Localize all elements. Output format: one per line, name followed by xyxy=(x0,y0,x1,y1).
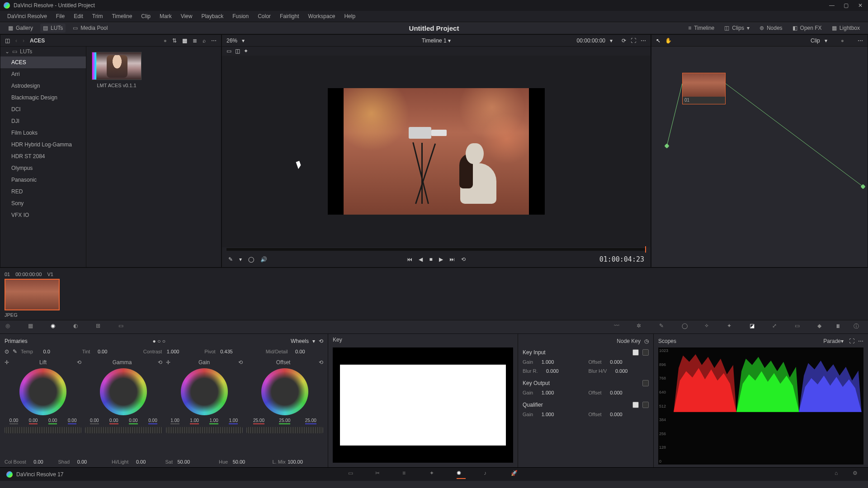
mediapool-button[interactable]: ▭Media Pool xyxy=(70,23,110,33)
q-gain-value[interactable]: 1.000 xyxy=(536,412,554,417)
hdr-icon[interactable]: ◐ xyxy=(73,323,82,332)
keyframes-icon[interactable]: ◆ xyxy=(817,323,826,332)
menu-help[interactable]: Help xyxy=(340,12,359,20)
luts-root[interactable]: ⌄▭LUTs xyxy=(0,47,86,56)
colboost-value[interactable]: 0.00 xyxy=(28,459,43,465)
adj-middetail-value[interactable]: 0.00 xyxy=(290,349,305,354)
ki-offset-value[interactable]: 0.000 xyxy=(604,359,623,365)
lut-folder-aces[interactable]: ACES xyxy=(0,56,86,68)
split-icon[interactable]: ◫ xyxy=(235,48,240,54)
ellipse-icon[interactable]: ◯ xyxy=(248,256,254,263)
sort-icon[interactable]: ⇅ xyxy=(172,38,177,44)
nav-back-icon[interactable]: ‹ xyxy=(15,38,17,44)
magic-mask-icon[interactable]: ✦ xyxy=(727,323,736,332)
offset-wheel[interactable] xyxy=(261,368,308,415)
fusion-page-icon[interactable]: ✦ xyxy=(429,470,439,479)
lut-folder-olympus[interactable]: Olympus xyxy=(0,162,86,174)
ki-blurr-value[interactable]: 0.000 xyxy=(541,368,559,374)
grid-view-icon[interactable]: ▦ xyxy=(182,38,187,44)
gain-reset-icon[interactable]: ⟲ xyxy=(238,359,243,366)
ko-offset-value[interactable]: 0.000 xyxy=(604,390,623,395)
key-output-chk[interactable] xyxy=(642,380,649,386)
pointer-icon[interactable]: ↖ xyxy=(656,38,660,44)
cut-page-icon[interactable]: ✂ xyxy=(375,470,384,479)
warper-icon[interactable]: ✲ xyxy=(637,323,646,332)
q-offset-value[interactable]: 0.000 xyxy=(604,412,623,417)
gain-b[interactable]: 1.00 xyxy=(229,418,237,424)
key-icon[interactable]: ◪ xyxy=(750,323,759,332)
adj-tint-value[interactable]: 0.00 xyxy=(92,349,107,354)
adj-temp-value[interactable]: 0.0 xyxy=(35,349,50,354)
nodes-mode[interactable]: Clip xyxy=(811,38,820,44)
step-back-icon[interactable]: ◀ xyxy=(419,256,423,263)
gallery-button[interactable]: ▦Gallery xyxy=(5,23,36,33)
gamma-r[interactable]: 0.00 xyxy=(109,418,118,424)
gamma-y[interactable]: 0.00 xyxy=(90,418,99,424)
color-wheels-icon[interactable]: ◉ xyxy=(51,323,60,332)
color-match-icon[interactable]: ▦ xyxy=(28,323,37,332)
menu-file[interactable]: File xyxy=(52,12,68,20)
lightbox-button[interactable]: ▦Lightbox xyxy=(829,23,863,33)
chevron-down-icon[interactable]: ▾ xyxy=(239,256,242,263)
expand-icon[interactable]: ⛶ xyxy=(631,38,636,44)
gamma-g[interactable]: 0.00 xyxy=(129,418,137,424)
slider-dot[interactable]: ● xyxy=(164,38,167,44)
gamma-reset-icon[interactable]: ⟲ xyxy=(158,359,162,366)
scopes-nav-icon[interactable]: ⫼ xyxy=(835,323,844,332)
menu-playback[interactable]: Playback xyxy=(198,12,227,20)
chevron-down-icon[interactable]: ▾ xyxy=(312,338,315,344)
hilight-value[interactable]: 0.00 xyxy=(130,459,146,465)
more-icon[interactable]: ⋯ xyxy=(858,338,863,344)
camera-raw-icon[interactable]: ◎ xyxy=(5,323,14,332)
offset-g[interactable]: 25.00 xyxy=(279,418,290,424)
node-graph[interactable]: 01 xyxy=(651,47,868,267)
menu-timeline[interactable]: Timeline xyxy=(108,12,136,20)
panel-toggle-icon[interactable]: ◫ xyxy=(5,38,10,44)
lift-jog[interactable] xyxy=(5,427,81,433)
chevron-down-icon[interactable]: ▾ xyxy=(610,38,613,44)
goto-last-icon[interactable]: ⏭ xyxy=(449,256,455,263)
gamma-wheel[interactable] xyxy=(100,368,147,415)
primaries-mode[interactable]: Wheels xyxy=(291,338,309,344)
magic-icon[interactable]: ✦ xyxy=(244,48,248,54)
menu-workspace[interactable]: Workspace xyxy=(305,12,339,20)
corrector-node[interactable]: 01 xyxy=(682,73,726,104)
viewer-zoom[interactable]: 26% xyxy=(226,38,237,44)
key-input-chk2[interactable] xyxy=(642,349,649,356)
offset-reset-icon[interactable]: ⟲ xyxy=(319,359,323,366)
menu-trim[interactable]: Trim xyxy=(89,12,107,20)
gain-jog[interactable] xyxy=(166,427,243,433)
lift-g[interactable]: 0.00 xyxy=(48,418,57,424)
qualifier-chk2[interactable] xyxy=(642,402,649,408)
lift-reset-icon[interactable]: ⟲ xyxy=(77,359,81,366)
audio-icon[interactable]: 🔊 xyxy=(260,256,267,263)
menu-mark[interactable]: Mark xyxy=(156,12,175,20)
lift-picker-icon[interactable]: ✛ xyxy=(5,359,9,366)
lift-b[interactable]: 0.00 xyxy=(68,418,76,424)
maximize-icon[interactable]: ▢ xyxy=(844,2,850,9)
settings-icon[interactable]: ⚙ xyxy=(853,470,862,479)
gamma-jog[interactable] xyxy=(85,427,162,433)
lut-folder-red[interactable]: RED xyxy=(0,186,86,197)
gain-y[interactable]: 1.00 xyxy=(170,418,179,424)
qualifier-icon[interactable]: ✎ xyxy=(659,323,668,332)
menu-fusion[interactable]: Fusion xyxy=(229,12,252,20)
offset-jog[interactable] xyxy=(246,427,323,433)
goto-first-icon[interactable]: ⏮ xyxy=(407,256,412,263)
edit-page-icon[interactable]: ≡ xyxy=(402,470,411,479)
scopes-mode[interactable]: Parade xyxy=(823,338,841,344)
shad-value[interactable]: 0.00 xyxy=(71,459,87,465)
3d-icon[interactable]: ▭ xyxy=(795,323,804,332)
lut-folder-filmlooks[interactable]: Film Looks xyxy=(0,127,86,139)
nav-fwd-icon[interactable]: › xyxy=(23,38,24,44)
minimize-icon[interactable]: — xyxy=(829,2,835,9)
more-icon[interactable]: ⋯ xyxy=(641,38,646,44)
menu-view[interactable]: View xyxy=(177,12,196,20)
viewer-timecode-top[interactable]: 00:00:00:00 xyxy=(577,38,605,44)
graph-output-node[interactable] xyxy=(860,184,865,189)
overlay-icon[interactable]: ▭ xyxy=(226,48,231,54)
hand-icon[interactable]: ✋ xyxy=(665,38,672,44)
ki-blurhv-value[interactable]: 0.000 xyxy=(609,368,627,374)
lift-wheel[interactable] xyxy=(19,368,66,415)
curves-icon[interactable]: 〰 xyxy=(614,323,623,332)
